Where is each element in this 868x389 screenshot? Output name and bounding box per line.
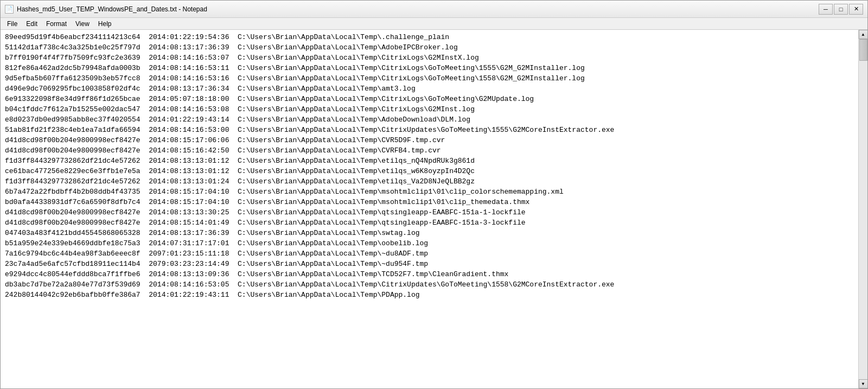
menu-file[interactable]: File [3, 19, 22, 29]
menu-view[interactable]: View [71, 19, 94, 29]
scrollbar-thumb[interactable] [859, 39, 867, 61]
window-title: Hashes_md5_User_TEMP_WindowsPE_and_Dates… [17, 5, 207, 13]
text-editor[interactable]: 89eed95d19f4b6eabcf2341114213c64 2014:01… [1, 30, 858, 388]
content-area: 89eed95d19f4b6eabcf2341114213c64 2014:01… [1, 30, 867, 388]
scroll-down-button[interactable]: ▼ [859, 379, 868, 388]
menu-edit[interactable]: Edit [22, 19, 42, 29]
maximize-button[interactable]: □ [834, 4, 848, 15]
menu-bar: File Edit Format View Help [1, 18, 867, 30]
menu-format[interactable]: Format [42, 19, 71, 29]
scrollbar-track[interactable] [859, 39, 867, 379]
scroll-up-button[interactable]: ▲ [859, 30, 868, 39]
title-bar-left: 📄 Hashes_md5_User_TEMP_WindowsPE_and_Dat… [5, 5, 207, 14]
window-controls: ─ □ ✕ [819, 4, 863, 15]
notepad-window: 📄 Hashes_md5_User_TEMP_WindowsPE_and_Dat… [0, 0, 868, 389]
minimize-button[interactable]: ─ [819, 4, 833, 15]
title-bar: 📄 Hashes_md5_User_TEMP_WindowsPE_and_Dat… [1, 1, 867, 18]
close-button[interactable]: ✕ [849, 4, 863, 15]
vertical-scrollbar[interactable]: ▲ ▼ [858, 30, 867, 388]
notepad-icon: 📄 [5, 5, 14, 14]
menu-help[interactable]: Help [94, 19, 116, 29]
